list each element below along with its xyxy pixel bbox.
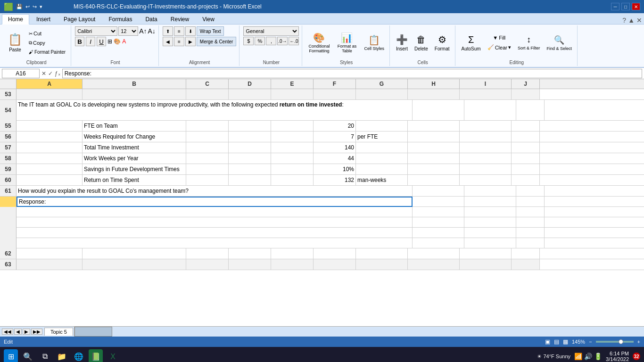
- battery-icon[interactable]: 🔋: [594, 353, 602, 360]
- col-header-E[interactable]: E: [271, 79, 314, 89]
- cell-H56[interactable]: [408, 132, 460, 142]
- maximize-button[interactable]: □: [621, 3, 630, 10]
- file-explorer-button[interactable]: 📁: [55, 349, 69, 362]
- row-header-58[interactable]: 58: [0, 153, 17, 164]
- cell-I63[interactable]: [460, 259, 512, 270]
- cell-G57[interactable]: [356, 142, 408, 153]
- cell-G62[interactable]: [356, 248, 408, 259]
- cell-A-empty3[interactable]: [17, 228, 413, 238]
- cell-G55[interactable]: [356, 121, 408, 131]
- cell-E57[interactable]: [271, 142, 314, 153]
- cell-F55[interactable]: 20: [314, 121, 356, 131]
- cell-H62[interactable]: [408, 248, 460, 259]
- cell-G53[interactable]: [356, 89, 408, 99]
- cell-I-empty1[interactable]: [464, 207, 516, 217]
- cell-A60[interactable]: [17, 175, 83, 185]
- fill-button[interactable]: ▼ Fill: [485, 33, 513, 42]
- align-left-button[interactable]: ◀: [163, 37, 173, 46]
- cell-B56[interactable]: Weeks Required for Change: [83, 132, 186, 142]
- row-header-53[interactable]: 53: [0, 89, 17, 99]
- cell-D62[interactable]: [229, 248, 271, 259]
- excel-icon-2[interactable]: Ⅹ: [106, 349, 120, 362]
- wrap-text-button[interactable]: Wrap Text: [197, 26, 224, 36]
- tab-formulas[interactable]: Formulas: [102, 14, 138, 24]
- cell-I58[interactable]: [460, 153, 512, 164]
- cell-F57[interactable]: 140: [314, 142, 356, 153]
- align-center-button[interactable]: ≡: [174, 37, 184, 46]
- quick-access-redo[interactable]: ↪: [33, 4, 37, 10]
- col-header-A[interactable]: A: [17, 79, 83, 89]
- cell-H54[interactable]: [413, 100, 464, 121]
- quick-access-save[interactable]: 💾: [16, 4, 23, 10]
- cell-A-empty4[interactable]: [17, 238, 413, 248]
- cell-G59[interactable]: [356, 164, 408, 174]
- cell-H53[interactable]: [408, 89, 460, 99]
- cell-A58[interactable]: [17, 153, 83, 164]
- confirm-formula-icon[interactable]: ✓: [48, 70, 53, 77]
- sheet-nav-prev[interactable]: ◀: [14, 329, 22, 335]
- cell-C55[interactable]: [186, 121, 229, 131]
- cell-C58[interactable]: [186, 153, 229, 164]
- cell-D63[interactable]: [229, 259, 271, 270]
- cell-H-empty3[interactable]: [413, 228, 464, 238]
- row-header-empty1[interactable]: [0, 207, 17, 217]
- cell-E55[interactable]: [271, 121, 314, 131]
- scrollbar-thumb[interactable]: [74, 327, 112, 337]
- paste-button[interactable]: 📋 Paste: [5, 31, 25, 55]
- cell-C57[interactable]: [186, 142, 229, 153]
- copy-button[interactable]: ⧉ Copy: [26, 39, 68, 47]
- row-header-55[interactable]: 55: [0, 121, 17, 131]
- cell-I55[interactable]: [460, 121, 512, 131]
- decrease-font-icon[interactable]: A↓: [148, 27, 155, 35]
- cell-C62[interactable]: [186, 248, 229, 259]
- align-right-button[interactable]: ▶: [185, 37, 196, 46]
- cell-J-empty3[interactable]: [516, 228, 545, 238]
- cell-D53[interactable]: [229, 89, 271, 99]
- cell-A57[interactable]: [17, 142, 83, 153]
- cell-E53[interactable]: [271, 89, 314, 99]
- cell-H-response[interactable]: [413, 197, 464, 207]
- cell-G58[interactable]: [356, 153, 408, 164]
- cell-D58[interactable]: [229, 153, 271, 164]
- cell-C59[interactable]: [186, 164, 229, 174]
- cell-A61[interactable]: How would you explain the result to GOAL…: [17, 186, 413, 196]
- cell-E62[interactable]: [271, 248, 314, 259]
- view-page-layout-icon[interactable]: ▤: [554, 338, 559, 345]
- cell-H61[interactable]: [413, 186, 464, 196]
- cell-I56[interactable]: [460, 132, 512, 142]
- cell-J61[interactable]: [516, 186, 545, 196]
- cell-J63[interactable]: [512, 259, 540, 270]
- cell-E56[interactable]: [271, 132, 314, 142]
- ribbon-minimize-icon[interactable]: ▲: [628, 16, 635, 24]
- cell-I54[interactable]: [464, 100, 516, 121]
- cell-A62[interactable]: [17, 248, 83, 259]
- cut-button[interactable]: ✂ Cut: [26, 29, 68, 38]
- insert-function-icon[interactable]: ƒₓ: [55, 70, 60, 77]
- cell-J-empty4[interactable]: [516, 238, 545, 248]
- network-icon[interactable]: 📶: [574, 353, 582, 360]
- search-button[interactable]: 🔍: [21, 349, 35, 362]
- row-header-56[interactable]: 56: [0, 132, 17, 142]
- cell-J59[interactable]: [512, 164, 540, 174]
- cell-F59[interactable]: 10%: [314, 164, 356, 174]
- format-button[interactable]: ⚙ Format: [432, 33, 452, 53]
- zoom-out-button[interactable]: −: [589, 339, 592, 345]
- tab-data[interactable]: Data: [139, 14, 163, 24]
- delete-button[interactable]: 🗑 Delete: [412, 33, 430, 53]
- format-table-button[interactable]: 📊 Format as Table: [334, 31, 360, 55]
- cell-C53[interactable]: [186, 89, 229, 99]
- comma-button[interactable]: ,: [266, 37, 276, 45]
- align-bottom-button[interactable]: ⬇: [185, 26, 196, 36]
- cell-I-empty2[interactable]: [464, 217, 516, 228]
- col-header-D[interactable]: D: [229, 79, 271, 89]
- row-header-62[interactable]: 62: [0, 248, 17, 259]
- cell-J54[interactable]: [516, 100, 545, 121]
- cell-E59[interactable]: [271, 164, 314, 174]
- insert-button[interactable]: ➕ Insert: [394, 33, 410, 53]
- cell-B59[interactable]: Savings in Future Development Times: [83, 164, 186, 174]
- cell-I62[interactable]: [460, 248, 512, 259]
- number-format-select[interactable]: General: [243, 26, 299, 36]
- italic-button[interactable]: I: [86, 37, 95, 46]
- align-top-button[interactable]: ⬆: [163, 26, 173, 36]
- tab-page-layout[interactable]: Page Layout: [58, 14, 101, 24]
